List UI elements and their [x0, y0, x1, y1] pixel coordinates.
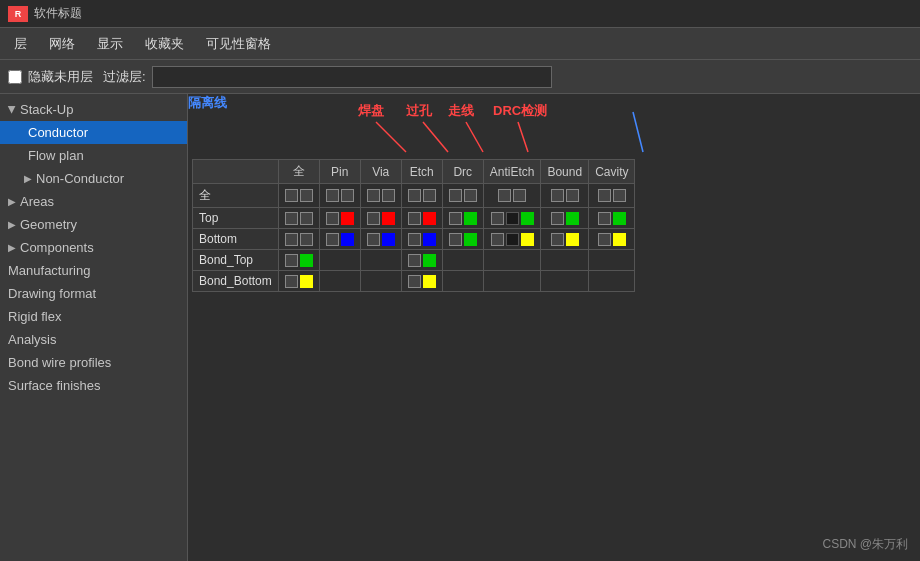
sidebar-item-drawingformat[interactable]: Drawing format [0, 282, 187, 305]
row-label-bottom: Bottom [193, 229, 279, 250]
menu-network[interactable]: 网络 [39, 31, 85, 57]
menu-layer[interactable]: 层 [4, 31, 37, 57]
table-row: 全 [193, 184, 635, 208]
cell-top-bound[interactable] [541, 208, 589, 229]
sidebar-label-stackup: Stack-Up [20, 102, 73, 117]
cell-bondtop-drc [442, 250, 483, 271]
cell-all-all[interactable] [278, 184, 319, 208]
sidebar-item-analysis[interactable]: Analysis [0, 328, 187, 351]
cell-bottom-drc[interactable] [442, 229, 483, 250]
cell-bondbottom-etch[interactable] [401, 271, 442, 292]
table-row: Top [193, 208, 635, 229]
app-title: 软件标题 [34, 5, 82, 22]
svg-line-2 [466, 122, 483, 152]
cell-all-cavity[interactable] [589, 184, 635, 208]
table-row: Bond_Bottom [193, 271, 635, 292]
sidebar-label-drawingformat: Drawing format [8, 286, 96, 301]
cell-bottom-pin[interactable] [319, 229, 360, 250]
col-header-etch: Etch [401, 160, 442, 184]
cell-bottom-via[interactable] [360, 229, 401, 250]
sidebar-item-surfacefinishes[interactable]: Surface finishes [0, 374, 187, 397]
col-header-via: Via [360, 160, 401, 184]
cell-top-antietch[interactable] [483, 208, 541, 229]
table-row: Bottom [193, 229, 635, 250]
sidebar-label-areas: Areas [20, 194, 54, 209]
cell-bondtop-pin [319, 250, 360, 271]
cell-bondbottom-all[interactable] [278, 271, 319, 292]
sidebar-item-flowplan[interactable]: Flow plan [0, 144, 187, 167]
cell-bondtop-all[interactable] [278, 250, 319, 271]
filter-input[interactable] [152, 66, 552, 88]
cell-bondbottom-bound [541, 271, 589, 292]
sidebar-label-rigidflex: Rigid flex [8, 309, 61, 324]
annotation-bound: 隔离线 [188, 95, 227, 110]
expand-icon: ▶ [7, 106, 18, 114]
layer-table: 全 Pin Via Etch Drc AntiEtch Bound Cavity… [192, 159, 635, 292]
sidebar-item-areas[interactable]: ▶ Areas [0, 190, 187, 213]
col-header-bound: Bound [541, 160, 589, 184]
sidebar-item-manufacturing[interactable]: Manufacturing [0, 259, 187, 282]
cell-bottom-antietch[interactable] [483, 229, 541, 250]
cell-bottom-cavity[interactable] [589, 229, 635, 250]
col-header-pin: Pin [319, 160, 360, 184]
menu-favorites[interactable]: 收藏夹 [135, 31, 194, 57]
cell-bondtop-etch[interactable] [401, 250, 442, 271]
filter-label: 过滤层: [103, 68, 146, 86]
cell-bondtop-bound [541, 250, 589, 271]
menu-visibility[interactable]: 可见性窗格 [196, 31, 281, 57]
cell-all-bound[interactable] [541, 184, 589, 208]
annotation-arrows [188, 94, 788, 159]
menu-display[interactable]: 显示 [87, 31, 133, 57]
row-label-top: Top [193, 208, 279, 229]
sidebar-item-conductor[interactable]: Conductor [0, 121, 187, 144]
sidebar-item-stackup[interactable]: ▶ Stack-Up [0, 98, 187, 121]
table-row: Bond_Top [193, 250, 635, 271]
col-header-antietch: AntiEtch [483, 160, 541, 184]
cell-all-pin[interactable] [319, 184, 360, 208]
annotation-pin: 焊盘 [358, 102, 384, 120]
sidebar-label-geometry: Geometry [20, 217, 77, 232]
cell-all-antietch[interactable] [483, 184, 541, 208]
menu-bar: 层 网络 显示 收藏夹 可见性窗格 [0, 28, 920, 60]
toolbar: 隐藏未用层 过滤层: [0, 60, 920, 94]
cell-top-pin[interactable] [319, 208, 360, 229]
title-bar: R 软件标题 [0, 0, 920, 28]
sidebar-label-bondwire: Bond wire profiles [8, 355, 111, 370]
cell-top-all[interactable] [278, 208, 319, 229]
cell-all-etch[interactable] [401, 184, 442, 208]
hide-unused-checkbox[interactable] [8, 70, 22, 84]
cell-top-etch[interactable] [401, 208, 442, 229]
cell-bottom-etch[interactable] [401, 229, 442, 250]
sidebar-label-conductor: Conductor [28, 125, 88, 140]
sidebar-label-surfacefinishes: Surface finishes [8, 378, 101, 393]
cell-bondbottom-cavity [589, 271, 635, 292]
cell-bottom-all[interactable] [278, 229, 319, 250]
row-label-bondtop: Bond_Top [193, 250, 279, 271]
cell-top-via[interactable] [360, 208, 401, 229]
sidebar-item-nonconductor[interactable]: ▶ Non-Conductor [0, 167, 187, 190]
cell-all-drc[interactable] [442, 184, 483, 208]
sidebar-label-components: Components [20, 240, 94, 255]
cell-bondtop-antietch [483, 250, 541, 271]
sidebar-item-geometry[interactable]: ▶ Geometry [0, 213, 187, 236]
svg-line-3 [518, 122, 528, 152]
cell-bondbottom-antietch [483, 271, 541, 292]
cell-bondtop-via [360, 250, 401, 271]
svg-line-4 [633, 112, 643, 152]
cell-bondbottom-pin [319, 271, 360, 292]
sidebar-label-flowplan: Flow plan [28, 148, 84, 163]
sidebar-item-bondwire[interactable]: Bond wire profiles [0, 351, 187, 374]
annotation-layer: 焊盘 过孔 走线 DRC检测 隔离线 [188, 94, 920, 154]
expand-icon-areas: ▶ [8, 196, 16, 207]
cell-top-drc[interactable] [442, 208, 483, 229]
col-header-cavity: Cavity [589, 160, 635, 184]
sidebar-item-components[interactable]: ▶ Components [0, 236, 187, 259]
cell-bottom-bound[interactable] [541, 229, 589, 250]
cell-bondbottom-via [360, 271, 401, 292]
watermark: CSDN @朱万利 [822, 536, 908, 553]
sidebar-item-rigidflex[interactable]: Rigid flex [0, 305, 187, 328]
cell-top-cavity[interactable] [589, 208, 635, 229]
app-logo: R [8, 6, 28, 22]
cell-all-via[interactable] [360, 184, 401, 208]
sidebar-label-analysis: Analysis [8, 332, 56, 347]
